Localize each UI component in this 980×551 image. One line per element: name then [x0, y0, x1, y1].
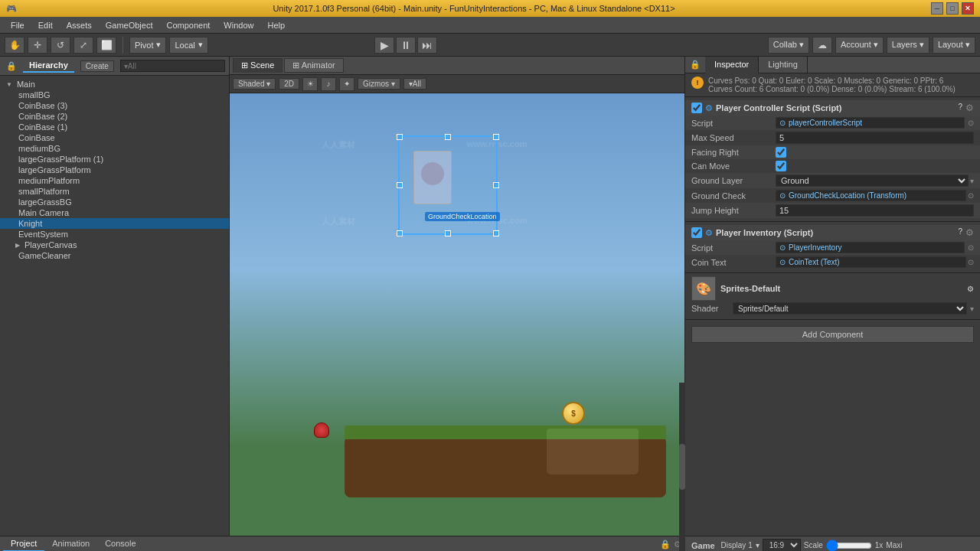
hier-item-main[interactable]: ▼ Main: [0, 79, 229, 90]
coin-text-link[interactable]: ⊙: [966, 258, 974, 266]
center-panel: ⊞ Scene ⊞ Animator Shaded ▾ 2D ☀ ♪ ✦ Giz…: [230, 57, 685, 536]
hierarchy-search-input[interactable]: [120, 60, 225, 72]
assets-scrollbar[interactable]: [679, 383, 685, 551]
ground-check-link[interactable]: ⊙: [966, 191, 974, 200]
menu-component[interactable]: Component: [160, 19, 216, 31]
shader-dropdown[interactable]: Sprites/Default: [733, 302, 967, 315]
jump-height-input[interactable]: [776, 204, 974, 217]
handle-ml[interactable]: [397, 182, 403, 188]
coin-text-ref[interactable]: ⊙ CoinText (Text): [776, 256, 966, 268]
menu-gameobject[interactable]: GameObject: [100, 19, 159, 31]
menu-assets[interactable]: Assets: [60, 19, 98, 31]
handle-tm[interactable]: [445, 134, 451, 140]
handle-bl[interactable]: [397, 230, 403, 236]
shading-dropdown[interactable]: Shaded ▾: [233, 78, 276, 90]
collab-dropdown[interactable]: Collab ▾: [768, 37, 809, 54]
scale-tool[interactable]: ⤢: [74, 37, 93, 54]
player-inventory-enabled[interactable]: [691, 227, 702, 238]
local-dropdown[interactable]: Local ▾: [169, 37, 207, 54]
inventory-settings-icon[interactable]: ⚙: [965, 227, 974, 238]
cloud-button[interactable]: ☁: [812, 37, 832, 54]
facing-right-checkbox[interactable]: [776, 147, 786, 158]
handle-tr[interactable]: [493, 134, 499, 140]
animation-tab[interactable]: Animation: [44, 536, 97, 551]
hier-item-knight[interactable]: Knight: [0, 218, 229, 229]
hier-item-mediump[interactable]: mediumPlatform: [0, 175, 229, 186]
hier-item-gamecleaner[interactable]: GameCleaner: [0, 250, 229, 261]
maximize-button[interactable]: □: [946, 2, 959, 15]
hier-item-eventsystem[interactable]: EventSystem: [0, 229, 229, 240]
hier-item-mediumbg[interactable]: mediumBG: [0, 143, 229, 154]
lights-btn[interactable]: ☀: [302, 77, 318, 91]
script-link-icon[interactable]: ⊙: [965, 119, 974, 127]
ground-layer-dropdown[interactable]: Ground: [776, 174, 969, 187]
title-bar-controls[interactable]: ─ □ ✕: [931, 2, 974, 15]
sprites-settings[interactable]: ⚙: [967, 285, 974, 293]
player-controller-header[interactable]: ⚙ Player Controller Script (Script) ? ⚙: [685, 100, 980, 116]
project-tab[interactable]: Project: [3, 536, 44, 551]
hier-item-smallbg[interactable]: smallBG: [0, 90, 229, 100]
hier-item-largegrass1[interactable]: largeGrassPlatform (1): [0, 154, 229, 165]
scene-tab[interactable]: ⊞ Scene: [233, 58, 283, 73]
hier-item-smallp[interactable]: smallPlatform: [0, 186, 229, 197]
scale-slider[interactable]: [826, 541, 872, 550]
inv-script-link[interactable]: ⊙: [965, 243, 974, 252]
hier-item-coinbase1[interactable]: CoinBase (1): [0, 122, 229, 132]
lighting-tab[interactable]: Lighting: [759, 57, 808, 73]
layers-dropdown[interactable]: Layers ▾: [887, 37, 929, 54]
hier-item-coinbase3[interactable]: CoinBase (3): [0, 100, 229, 111]
player-controller-enabled[interactable]: [691, 103, 702, 113]
bottom-panel: Project Animation Console 🔒 ⚙ Create 🔍 ▼: [0, 536, 980, 551]
handle-bm[interactable]: [445, 230, 451, 236]
ground-check-ref[interactable]: ⊙ GroundCheckLocation (Transform): [776, 190, 966, 201]
effects-btn[interactable]: ✦: [339, 77, 354, 91]
play-button[interactable]: ▶: [374, 37, 394, 54]
animator-tab[interactable]: ⊞ Animator: [284, 58, 343, 73]
hierarchy-tab[interactable]: Hierarchy: [23, 59, 74, 73]
max-speed-input[interactable]: [776, 132, 974, 144]
script-value-ref[interactable]: ⊙ playerControllerScript: [776, 117, 965, 129]
hand-tool[interactable]: ✋: [5, 37, 24, 54]
hier-item-largebg[interactable]: largeGrassBG: [0, 197, 229, 207]
handle-mr[interactable]: [493, 182, 499, 188]
inspector-tab[interactable]: Inspector: [705, 57, 759, 73]
menu-edit[interactable]: Edit: [32, 19, 59, 31]
gizmos-dropdown[interactable]: Gizmos ▾: [358, 78, 400, 90]
2d-button[interactable]: 2D: [279, 78, 299, 90]
pivot-dropdown[interactable]: Pivot ▾: [129, 37, 166, 54]
menu-file[interactable]: File: [5, 19, 31, 31]
hier-item-largegrass[interactable]: largeGrassPlatform: [0, 165, 229, 175]
component-help-icon[interactable]: ?: [958, 103, 962, 113]
move-tool[interactable]: ✛: [28, 37, 47, 54]
minimize-button[interactable]: ─: [931, 2, 943, 15]
hierarchy-create-button[interactable]: Create: [80, 60, 114, 72]
pause-button[interactable]: ⏸: [396, 37, 416, 54]
inv-script-ref[interactable]: ⊙ PlayerInventory: [776, 242, 965, 253]
handle-tl[interactable]: [397, 134, 403, 140]
hier-item-coinbase2[interactable]: CoinBase (2): [0, 111, 229, 122]
hier-item-coinbase[interactable]: CoinBase: [0, 132, 229, 143]
rotate-tool[interactable]: ↺: [51, 37, 70, 54]
handle-br[interactable]: [493, 230, 499, 236]
scene-viewport[interactable]: 人人素材 www.rr-sc.com 人人素材 www.rr-sc.com: [230, 93, 684, 536]
player-inventory-header[interactable]: ⚙ Player Inventory (Script) ? ⚙: [685, 225, 980, 240]
inventory-help-icon[interactable]: ?: [958, 227, 962, 238]
all-dropdown[interactable]: ▾All: [403, 78, 426, 90]
scene-tabs-bar: ⊞ Scene ⊞ Animator: [230, 57, 684, 75]
console-tab[interactable]: Console: [97, 536, 143, 551]
menu-help[interactable]: Help: [261, 19, 291, 31]
hier-item-playercanvas[interactable]: ▶ PlayerCanvas: [0, 240, 229, 250]
account-dropdown[interactable]: Account ▾: [835, 37, 884, 54]
scrollbar-thumb[interactable]: [679, 444, 685, 490]
menu-window[interactable]: Window: [217, 19, 260, 31]
step-button[interactable]: ⏭: [417, 37, 437, 54]
close-button[interactable]: ✕: [962, 2, 974, 15]
ratio-dropdown[interactable]: 16:9: [763, 539, 801, 551]
layout-dropdown[interactable]: Layout ▾: [933, 37, 975, 54]
add-component-button[interactable]: Add Component: [691, 326, 974, 343]
rect-tool[interactable]: ⬜: [96, 37, 116, 54]
component-settings-icon[interactable]: ⚙: [965, 103, 974, 113]
sound-btn[interactable]: ♪: [321, 77, 336, 91]
can-move-checkbox[interactable]: [776, 161, 786, 171]
hier-item-maincam[interactable]: Main Camera: [0, 207, 229, 218]
